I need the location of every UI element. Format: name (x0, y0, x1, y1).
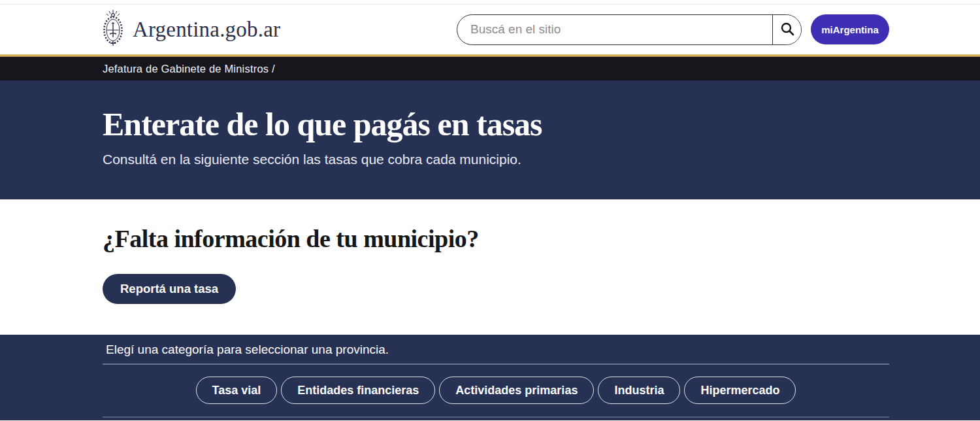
divider-bottom (103, 416, 889, 418)
top-hairline (0, 0, 980, 5)
report-tasa-button[interactable]: Reportá una tasa (103, 274, 236, 304)
header-actions: miArgentina (457, 14, 889, 45)
report-heading: ¿Falta información de tu municipio? (103, 224, 980, 253)
search-button[interactable] (772, 15, 801, 44)
category-instruction: Elegí una categoría para seleccionar una… (103, 343, 889, 357)
site-search (457, 14, 802, 45)
divider-top (103, 363, 889, 365)
category-pill-list: Tasa vial Entidades financieras Activida… (103, 377, 889, 404)
category-pill-industria[interactable]: Industria (598, 377, 680, 404)
breadcrumb-bar: Jefatura de Gabinete de Ministros / (0, 57, 980, 80)
site-logo[interactable]: Argentina.gob.ar (102, 10, 280, 49)
category-pill-entidades-financieras[interactable]: Entidades financieras (281, 377, 435, 404)
site-header: Argentina.gob.ar miArgentina (0, 5, 980, 54)
breadcrumb[interactable]: Jefatura de Gabinete de Ministros / (103, 63, 275, 75)
argentina-coat-of-arms-icon (102, 10, 124, 49)
page-subtitle: Consultá en la siguiente sección las tas… (103, 152, 980, 167)
search-input[interactable] (457, 15, 772, 44)
page-title: Enterate de lo que pagás en tasas (103, 107, 980, 143)
mi-argentina-button[interactable]: miArgentina (811, 14, 889, 44)
category-pill-actividades-primarias[interactable]: Actividades primarias (439, 377, 594, 404)
category-pill-hipermercado[interactable]: Hipermercado (684, 377, 796, 404)
hero-banner: Enterate de lo que pagás en tasas Consul… (0, 80, 980, 199)
categories-section: Elegí una categoría para seleccionar una… (0, 335, 980, 420)
brand-title: Argentina.gob.ar (133, 18, 280, 42)
report-section: ¿Falta información de tu municipio? Repo… (0, 199, 980, 335)
search-icon (780, 22, 794, 38)
categories-container: Elegí una categoría para seleccionar una… (103, 343, 889, 418)
category-pill-tasa-vial[interactable]: Tasa vial (196, 377, 278, 404)
